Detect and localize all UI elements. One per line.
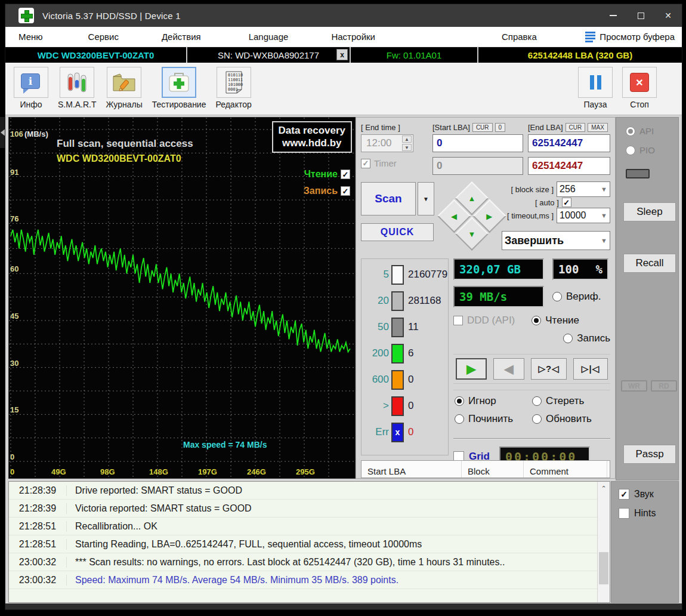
sleep-button[interactable]: Sleep xyxy=(623,202,676,221)
sound-checkbox[interactable]: ✓ xyxy=(619,489,629,500)
menu-language[interactable]: Language xyxy=(249,32,289,42)
column-comment[interactable]: Comment xyxy=(524,461,607,478)
log-entry[interactable]: 23:00:32*** Scan results: no warnings, n… xyxy=(9,553,597,571)
menu-menu[interactable]: Меню xyxy=(18,32,43,42)
graph-title: Full scan, sequential access xyxy=(57,138,193,150)
stat-row: Errx0 xyxy=(361,419,448,445)
end-lba-input[interactable]: 625142447 xyxy=(528,134,610,152)
hints-checkbox[interactable] xyxy=(619,508,629,519)
svg-text:106: 106 xyxy=(10,130,23,138)
scan-button[interactable]: Scan xyxy=(361,182,416,215)
action-erase-radio[interactable] xyxy=(532,396,542,406)
passp-button[interactable]: Passp xyxy=(623,445,676,464)
pause-icon xyxy=(590,75,601,90)
info-button[interactable]: i Инфо xyxy=(14,67,48,109)
maximize-icon xyxy=(638,13,644,19)
action-repair-radio[interactable] xyxy=(455,414,464,424)
finish-action-value: Завершить xyxy=(505,235,564,247)
menu-actions[interactable]: Действия xyxy=(162,32,201,42)
device-close-button[interactable]: x xyxy=(336,49,348,60)
ddd-label: DDD (API) xyxy=(467,315,515,327)
log-entry[interactable]: 21:28:39Victoria reported: SMART status … xyxy=(9,500,597,518)
recall-button[interactable]: Recall xyxy=(623,254,676,273)
back-icon: ◀ xyxy=(504,362,513,376)
stat-row: 5011 xyxy=(361,314,448,340)
action-erase-label: Стереть xyxy=(546,395,584,407)
play-icon: ▶ xyxy=(466,362,475,376)
device-model[interactable]: WDC WD3200BEVT-00ZAT0 xyxy=(5,47,186,63)
testing-button[interactable]: Тестирование xyxy=(152,67,206,109)
close-button[interactable]: ✕ xyxy=(654,4,682,27)
mode-verify-radio[interactable] xyxy=(552,292,562,301)
auto-checkbox[interactable]: ✓ xyxy=(562,198,571,207)
start-lba-zero-button[interactable]: 0 xyxy=(495,123,506,132)
stop-button[interactable]: ✕ Стоп xyxy=(622,67,657,109)
spinner-down-icon[interactable]: ▼ xyxy=(402,144,412,151)
stat-color-block xyxy=(391,396,404,416)
stat-threshold-label: 600 xyxy=(361,374,389,386)
device-bar: WDC WD3200BEVT-00ZAT0 SN: WD-WXB0A890217… xyxy=(5,47,682,63)
scrollbar-thumb[interactable] xyxy=(599,552,608,584)
green-cross-icon xyxy=(21,10,32,21)
testing-label: Тестирование xyxy=(152,100,206,109)
log-entry[interactable]: 23:00:32Speed: Maximum 74 MB/s. Average … xyxy=(9,571,597,589)
log-entry[interactable]: 21:28:51Starting Reading, LBA=0..6251424… xyxy=(9,535,597,553)
action-ignore-radio[interactable] xyxy=(455,396,464,406)
action-refresh-radio[interactable] xyxy=(532,414,542,424)
stat-count: 0 xyxy=(408,374,413,386)
ddd-checkbox[interactable] xyxy=(453,316,463,325)
write-curve-checkbox[interactable]: ✓ xyxy=(341,186,350,196)
log-message: Victoria reported: SMART status = GOOD xyxy=(66,503,597,514)
timeout-select[interactable]: 10000 ▼ xyxy=(557,208,610,223)
end-time-spinner[interactable]: 12:00 ▲ ▼ xyxy=(361,134,413,152)
wr-button[interactable]: WR xyxy=(621,380,647,392)
smart-button[interactable]: S.M.A.R.T xyxy=(58,67,97,109)
maximize-button[interactable] xyxy=(627,4,654,27)
log-message: Starting Reading, LBA=0..625142447, FULL… xyxy=(66,539,597,550)
spinner-up-icon[interactable]: ▲ xyxy=(402,135,412,143)
read-curve-checkbox[interactable]: ✓ xyxy=(341,170,350,179)
log-entry[interactable]: 21:28:51Recallibration... OK xyxy=(9,518,597,535)
end-lba-max-button[interactable]: MAX xyxy=(588,123,608,132)
seek-question-button[interactable]: ▷?◁ xyxy=(531,358,567,380)
svg-text:30: 30 xyxy=(10,359,18,368)
menu-settings[interactable]: Настройки xyxy=(331,32,375,42)
pause-button[interactable]: Пауза xyxy=(578,67,613,109)
binary-document-icon: 010110 110011 101000 0001 xyxy=(224,70,244,94)
log-scrollbar[interactable]: ⌃ xyxy=(597,482,610,602)
pio-radio[interactable] xyxy=(626,146,635,155)
log-entry[interactable]: 21:28:39Drive reported: SMART status = G… xyxy=(9,482,597,500)
journals-button[interactable]: Журналы xyxy=(106,67,143,109)
end-lba-cur-button[interactable]: CUR xyxy=(566,123,586,132)
stat-row: 20281168 xyxy=(361,288,448,314)
finish-action-select[interactable]: Завершить ▼ xyxy=(502,231,610,250)
timer-checkbox[interactable]: ✓ xyxy=(361,159,370,168)
minimize-button[interactable] xyxy=(600,4,627,27)
editor-button[interactable]: 010110 110011 101000 0001 Редактор xyxy=(215,67,251,109)
scan-dropdown-button[interactable]: ▼ xyxy=(418,182,434,215)
mode-write-radio[interactable] xyxy=(563,334,573,343)
seek-end-button[interactable]: ▷|◁ xyxy=(573,358,608,380)
start-lba-cur-button[interactable]: CUR xyxy=(472,123,493,132)
api-radio[interactable] xyxy=(626,127,635,136)
speed-lcd: 39 MB/s xyxy=(453,286,544,307)
end-time-value: 12:00 xyxy=(366,137,392,149)
buffer-view-button[interactable]: Просмотр буфера xyxy=(585,30,675,44)
menu-help[interactable]: Справка xyxy=(502,32,537,42)
progress-value: 100 xyxy=(558,263,579,276)
scroll-up-icon[interactable]: ⌃ xyxy=(598,482,610,495)
timer-end-input[interactable]: 625142447 xyxy=(528,157,610,175)
column-start-lba[interactable]: Start LBA xyxy=(361,461,462,478)
stat-threshold-label: 20 xyxy=(361,295,389,307)
play-forward-button[interactable]: ▶ xyxy=(456,358,487,380)
stat-threshold-label: 200 xyxy=(361,347,389,359)
quick-button[interactable]: QUICK xyxy=(361,223,434,241)
mode-read-radio[interactable] xyxy=(532,316,541,325)
start-lba-input[interactable]: 0 xyxy=(432,134,523,152)
rd-button[interactable]: RD xyxy=(651,380,677,392)
menu-service[interactable]: Сервис xyxy=(88,32,119,42)
play-backward-button[interactable]: ◀ xyxy=(493,358,524,380)
svg-text:(MB/s): (MB/s) xyxy=(24,130,48,138)
column-block[interactable]: Block xyxy=(462,461,524,478)
block-size-select[interactable]: 256 ▼ xyxy=(557,181,610,197)
